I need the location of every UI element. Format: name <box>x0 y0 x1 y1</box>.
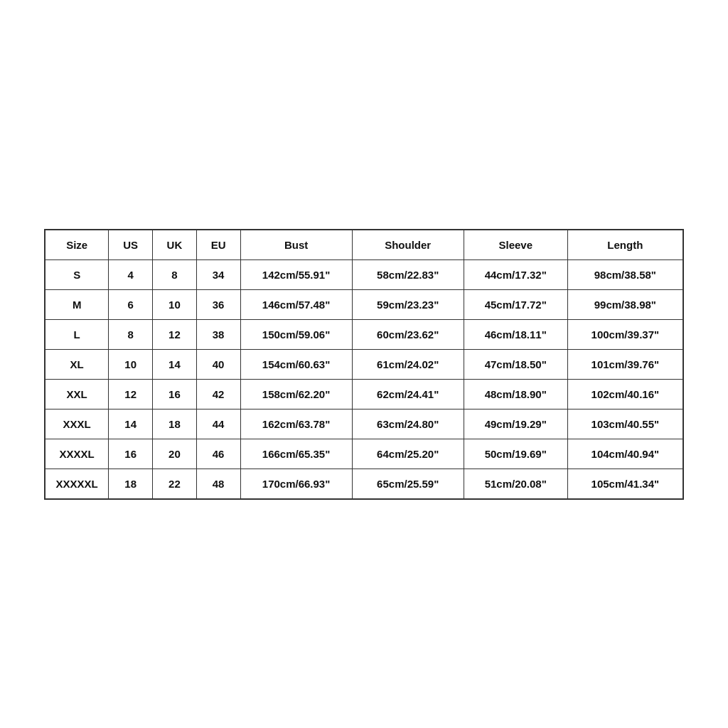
cell-uk: 16 <box>153 379 197 409</box>
table-header-row: Size US UK EU Bust Shoulder Sleeve Lengt… <box>45 230 683 260</box>
cell-us: 6 <box>109 289 153 319</box>
cell-us: 8 <box>109 319 153 349</box>
header-us: US <box>109 230 153 260</box>
size-chart-container: Size US UK EU Bust Shoulder Sleeve Lengt… <box>44 229 684 500</box>
cell-sleeve: 50cm/19.69" <box>464 439 567 469</box>
header-sleeve: Sleeve <box>464 230 567 260</box>
cell-length: 99cm/38.98" <box>567 289 683 319</box>
cell-bust: 158cm/62.20" <box>240 379 352 409</box>
table-row: M61036146cm/57.48"59cm/23.23"45cm/17.72"… <box>45 289 683 319</box>
cell-shoulder: 64cm/25.20" <box>352 439 464 469</box>
table-row: XXXL141844162cm/63.78"63cm/24.80"49cm/19… <box>45 409 683 439</box>
cell-bust: 154cm/60.63" <box>240 349 352 379</box>
cell-bust: 142cm/55.91" <box>240 259 352 289</box>
cell-uk: 10 <box>153 289 197 319</box>
cell-us: 10 <box>109 349 153 379</box>
cell-size: XXXXXL <box>45 469 109 499</box>
cell-us: 14 <box>109 409 153 439</box>
cell-us: 16 <box>109 439 153 469</box>
header-length: Length <box>567 230 683 260</box>
table-row: L81238150cm/59.06"60cm/23.62"46cm/18.11"… <box>45 319 683 349</box>
cell-us: 12 <box>109 379 153 409</box>
cell-shoulder: 62cm/24.41" <box>352 379 464 409</box>
cell-size: XL <box>45 349 109 379</box>
cell-eu: 48 <box>196 469 240 499</box>
cell-sleeve: 45cm/17.72" <box>464 289 567 319</box>
cell-sleeve: 44cm/17.32" <box>464 259 567 289</box>
cell-sleeve: 47cm/18.50" <box>464 349 567 379</box>
cell-size: XXXL <box>45 409 109 439</box>
cell-eu: 34 <box>196 259 240 289</box>
cell-length: 102cm/40.16" <box>567 379 683 409</box>
header-eu: EU <box>196 230 240 260</box>
cell-bust: 166cm/65.35" <box>240 439 352 469</box>
table-row: S4834142cm/55.91"58cm/22.83"44cm/17.32"9… <box>45 259 683 289</box>
cell-size: L <box>45 319 109 349</box>
cell-eu: 42 <box>196 379 240 409</box>
cell-uk: 14 <box>153 349 197 379</box>
cell-length: 98cm/38.58" <box>567 259 683 289</box>
cell-shoulder: 60cm/23.62" <box>352 319 464 349</box>
cell-sleeve: 46cm/18.11" <box>464 319 567 349</box>
cell-size: XXL <box>45 379 109 409</box>
table-row: XL101440154cm/60.63"61cm/24.02"47cm/18.5… <box>45 349 683 379</box>
cell-shoulder: 59cm/23.23" <box>352 289 464 319</box>
cell-uk: 18 <box>153 409 197 439</box>
cell-uk: 12 <box>153 319 197 349</box>
cell-size: S <box>45 259 109 289</box>
cell-eu: 40 <box>196 349 240 379</box>
cell-size: XXXXL <box>45 439 109 469</box>
cell-uk: 8 <box>153 259 197 289</box>
cell-sleeve: 51cm/20.08" <box>464 469 567 499</box>
cell-eu: 38 <box>196 319 240 349</box>
cell-sleeve: 49cm/19.29" <box>464 409 567 439</box>
header-shoulder: Shoulder <box>352 230 464 260</box>
cell-eu: 46 <box>196 439 240 469</box>
cell-us: 18 <box>109 469 153 499</box>
cell-length: 100cm/39.37" <box>567 319 683 349</box>
cell-size: M <box>45 289 109 319</box>
cell-length: 104cm/40.94" <box>567 439 683 469</box>
table-row: XXL121642158cm/62.20"62cm/24.41"48cm/18.… <box>45 379 683 409</box>
cell-length: 103cm/40.55" <box>567 409 683 439</box>
cell-length: 101cm/39.76" <box>567 349 683 379</box>
cell-us: 4 <box>109 259 153 289</box>
cell-eu: 36 <box>196 289 240 319</box>
cell-bust: 162cm/63.78" <box>240 409 352 439</box>
cell-bust: 150cm/59.06" <box>240 319 352 349</box>
size-chart-table: Size US UK EU Bust Shoulder Sleeve Lengt… <box>44 229 684 500</box>
table-row: XXXXXL182248170cm/66.93"65cm/25.59"51cm/… <box>45 469 683 499</box>
cell-bust: 170cm/66.93" <box>240 469 352 499</box>
cell-uk: 22 <box>153 469 197 499</box>
header-uk: UK <box>153 230 197 260</box>
cell-shoulder: 63cm/24.80" <box>352 409 464 439</box>
header-size: Size <box>45 230 109 260</box>
cell-sleeve: 48cm/18.90" <box>464 379 567 409</box>
cell-length: 105cm/41.34" <box>567 469 683 499</box>
cell-uk: 20 <box>153 439 197 469</box>
cell-eu: 44 <box>196 409 240 439</box>
cell-shoulder: 58cm/22.83" <box>352 259 464 289</box>
cell-shoulder: 65cm/25.59" <box>352 469 464 499</box>
cell-bust: 146cm/57.48" <box>240 289 352 319</box>
header-bust: Bust <box>240 230 352 260</box>
cell-shoulder: 61cm/24.02" <box>352 349 464 379</box>
table-row: XXXXL162046166cm/65.35"64cm/25.20"50cm/1… <box>45 439 683 469</box>
